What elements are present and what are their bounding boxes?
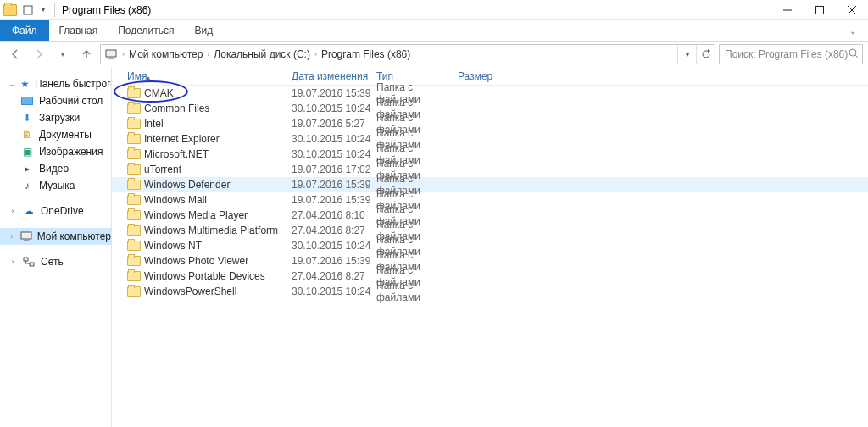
table-row[interactable]: Windows Multimedia Platform27.04.2016 8:… — [112, 223, 868, 238]
sidebar-item-doc[interactable]: 🗎Документы — [0, 126, 111, 143]
up-button[interactable] — [76, 44, 97, 64]
img-icon: ▣ — [20, 146, 34, 158]
table-row[interactable]: Windows Media Player27.04.2016 8:10Папка… — [112, 208, 868, 223]
table-row[interactable]: uTorrent19.07.2016 17:02Папка с файлами — [112, 162, 868, 177]
mus-icon: ♪ — [20, 180, 34, 191]
table-row[interactable]: Microsoft.NET30.10.2015 10:24Папка с фай… — [112, 147, 868, 162]
cloud-icon: ☁ — [22, 205, 36, 217]
folder-icon — [127, 271, 141, 281]
svg-rect-2 — [816, 6, 824, 14]
chevron-right-icon[interactable]: › — [204, 50, 212, 58]
column-name[interactable]: Имя▴ — [122, 70, 292, 82]
doc-icon: 🗎 — [20, 129, 34, 141]
svg-line-8 — [855, 55, 858, 58]
table-row[interactable]: Windows Photo Viewer19.07.2016 15:39Папк… — [112, 253, 868, 269]
table-row[interactable]: Intel19.07.2016 5:27Папка с файлами — [112, 116, 868, 131]
sidebar-thispc[interactable]: › Мой компьютер — [0, 228, 111, 245]
maximize-button[interactable] — [804, 0, 836, 20]
sidebar-item-vid[interactable]: ▸Видео — [0, 160, 111, 177]
folder-icon — [127, 88, 141, 98]
folder-icon — [127, 225, 141, 236]
folder-icon — [127, 241, 141, 251]
window-title: Program Files (x86) — [62, 4, 151, 16]
svg-rect-12 — [30, 263, 34, 266]
search-placeholder: Поиск: Program Files (x86) — [725, 48, 848, 60]
table-row[interactable]: Internet Explorer30.10.2015 10:24Папка с… — [112, 131, 868, 147]
column-headers: Имя▴ Дата изменения Тип Размер — [112, 67, 868, 86]
table-row[interactable]: Windows Defender19.07.2016 15:39Папка с … — [112, 177, 868, 192]
crumb-drive[interactable]: Локальный диск (C:) — [212, 48, 312, 60]
ribbon-file-tab[interactable]: Файл — [0, 20, 49, 41]
qat-dropdown-icon[interactable]: ▾ — [36, 1, 51, 19]
chevron-down-icon: ⌄ — [8, 80, 15, 88]
back-button[interactable] — [5, 44, 25, 64]
sidebar-quickaccess[interactable]: ⌄ ★ Панель быстрого до — [0, 75, 111, 92]
folder-icon — [127, 256, 141, 266]
crumb-folder[interactable]: Program Files (x86) — [320, 48, 412, 60]
forward-button[interactable] — [29, 44, 49, 64]
qat-properties-icon[interactable] — [20, 1, 36, 19]
svg-rect-5 — [106, 50, 116, 57]
column-size[interactable]: Размер — [458, 70, 517, 82]
pc-icon — [20, 230, 32, 242]
address-dropdown-icon[interactable]: ▾ — [677, 45, 696, 64]
pc-icon — [104, 47, 118, 61]
folder-icon — [127, 103, 141, 114]
sidebar-item-img[interactable]: ▣Изображения — [0, 143, 111, 160]
folder-icon — [127, 286, 141, 297]
table-row[interactable]: Common Files30.10.2015 10:24Папка с файл… — [112, 101, 868, 116]
table-row[interactable]: Windows Portable Devices27.04.2016 8:27П… — [112, 269, 868, 284]
folder-icon — [127, 164, 141, 175]
search-input[interactable]: Поиск: Program Files (x86) — [719, 44, 863, 64]
svg-rect-11 — [24, 258, 28, 261]
file-list: CMAK19.07.2016 15:39Папка с файламиCommo… — [112, 86, 868, 299]
folder-icon — [127, 195, 141, 205]
ribbon: Файл Главная Поделиться Вид ⌄ — [0, 20, 868, 42]
sidebar-item-dl[interactable]: ⬇Загрузки — [0, 109, 111, 126]
column-date[interactable]: Дата изменения — [292, 70, 376, 82]
svg-rect-9 — [21, 232, 31, 239]
svg-rect-0 — [24, 6, 32, 14]
app-folder-icon — [3, 4, 17, 16]
search-icon — [849, 48, 859, 61]
folder-icon — [127, 149, 141, 159]
title-bar: ▾ Program Files (x86) — [0, 0, 868, 20]
chevron-right-icon[interactable]: › — [312, 50, 320, 58]
ribbon-tab-home[interactable]: Главная — [49, 20, 108, 41]
column-type[interactable]: Тип — [376, 70, 458, 82]
sort-asc-icon: ▴ — [147, 74, 150, 81]
folder-icon — [127, 210, 141, 220]
refresh-button[interactable] — [696, 45, 715, 64]
address-bar[interactable]: › Мой компьютер › Локальный диск (C:) › … — [100, 44, 715, 64]
chevron-right-icon[interactable]: › — [120, 50, 127, 58]
chevron-right-icon: › — [8, 232, 15, 241]
minimize-button[interactable] — [771, 0, 804, 20]
network-icon — [22, 256, 36, 268]
file-panel: Имя▴ Дата изменения Тип Размер CMAK19.07… — [112, 67, 868, 427]
sidebar-item-desk[interactable]: Рабочий стол — [0, 92, 111, 109]
ribbon-expand-icon[interactable]: ⌄ — [837, 20, 868, 41]
crumb-pc[interactable]: Мой компьютер — [127, 48, 204, 60]
folder-icon — [127, 119, 141, 129]
chevron-right-icon: › — [8, 258, 17, 266]
sidebar-onedrive[interactable]: › ☁ OneDrive — [0, 202, 111, 219]
desk-icon — [20, 95, 34, 107]
navigation-row: ▾ › Мой компьютер › Локальный диск (C:) … — [0, 42, 868, 67]
close-button[interactable] — [836, 0, 868, 20]
ribbon-tab-view[interactable]: Вид — [184, 20, 223, 41]
folder-icon — [127, 180, 141, 190]
ribbon-tab-share[interactable]: Поделиться — [108, 20, 184, 41]
recent-dropdown-icon[interactable]: ▾ — [53, 44, 73, 64]
vid-icon: ▸ — [20, 163, 34, 175]
sidebar-item-mus[interactable]: ♪Музыка — [0, 177, 111, 194]
table-row[interactable]: Windows NT30.10.2015 10:24Папка с файлам… — [112, 238, 868, 253]
chevron-right-icon: › — [8, 207, 17, 215]
folder-icon — [127, 134, 141, 144]
sidebar-network[interactable]: › Сеть — [0, 253, 111, 270]
dl-icon: ⬇ — [20, 112, 34, 124]
table-row[interactable]: CMAK19.07.2016 15:39Папка с файлами — [112, 86, 868, 101]
svg-point-7 — [849, 49, 856, 56]
table-row[interactable]: Windows Mail19.07.2016 15:39Папка с файл… — [112, 192, 868, 208]
table-row[interactable]: WindowsPowerShell30.10.2015 10:24Папка с… — [112, 284, 868, 299]
star-icon: ★ — [20, 78, 30, 90]
